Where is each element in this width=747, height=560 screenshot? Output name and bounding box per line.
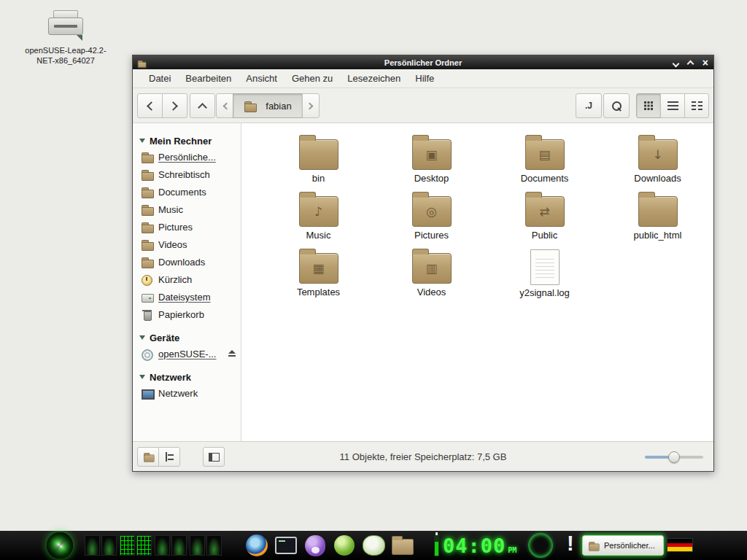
expander-triangle-icon — [139, 139, 145, 143]
desktop-icon-opensuse-iso[interactable]: openSUSE-Leap-42.2- NET-x86_64027 — [16, 9, 115, 66]
file-tile[interactable]: ⇄Public — [494, 190, 596, 247]
menu-datei[interactable]: Datei — [142, 69, 178, 88]
file-tile[interactable]: ◎Pictures — [381, 190, 483, 247]
sidebar-section-mein-rechner[interactable]: Mein Rechner — [133, 133, 241, 148]
documents-emblem-icon: ▤ — [526, 140, 564, 169]
sidebar-item-schreibtisch[interactable]: Schreibtisch — [133, 166, 241, 183]
breadcrumb-home-button[interactable]: fabian — [233, 93, 303, 118]
sidebar-item-pictures[interactable]: Pictures — [133, 218, 241, 236]
sidebar-item-netzwerk[interactable]: Netzwerk — [133, 384, 241, 402]
sidebar-item-videos[interactable]: Videos — [133, 236, 241, 253]
alert-indicator[interactable]: ! — [567, 532, 574, 556]
sidebar-item-opensuse-disc[interactable]: openSUSE-... — [133, 345, 241, 362]
file-tile[interactable]: ↓Downloads — [607, 133, 709, 190]
text-file-icon — [530, 249, 560, 285]
window-titlebar[interactable]: Persönlicher Ordner × — [133, 55, 713, 69]
desktop-pager-module[interactable] — [120, 535, 152, 556]
breadcrumb-scroll-left-button[interactable] — [216, 93, 233, 118]
bottom-panel: 04:00 PM ! Persönlicher... — [0, 531, 747, 560]
places-sidebar: Mein Rechner Persönliche... Schreibtisch… — [133, 123, 241, 441]
menu-hilfe[interactable]: Hilfe — [408, 69, 441, 88]
file-tile[interactable]: ♪Music — [268, 190, 370, 247]
menu-bearbeiten[interactable]: Bearbeiten — [178, 69, 239, 88]
geeko-launcher[interactable] — [362, 534, 385, 557]
pidgin-launcher[interactable] — [303, 534, 327, 557]
firefox-launcher[interactable] — [245, 534, 268, 557]
file-tile[interactable]: bin — [268, 133, 370, 190]
folder-icon — [141, 222, 153, 233]
harddisk-icon — [141, 292, 153, 303]
monitor-screen — [85, 535, 100, 556]
monitor-screen — [206, 535, 222, 556]
toolbar: fabian .J — [133, 88, 713, 123]
system-monitor-module[interactable] — [155, 535, 187, 556]
file-tile[interactable]: ▥Videos — [381, 247, 483, 304]
toggle-location-entry-button[interactable]: .J — [576, 93, 602, 118]
menu-gehen-zu[interactable]: Gehen zu — [285, 69, 340, 88]
icon-view-button[interactable] — [636, 93, 661, 118]
music-emblem-icon: ♪ — [300, 197, 338, 226]
sidebar-item-persoenliche[interactable]: Persönliche... — [133, 148, 241, 166]
menu-lesezeichen[interactable]: Lesezeichen — [340, 69, 408, 88]
folder-icon — [638, 196, 678, 227]
sidebar-item-papierkorb[interactable]: Papierkorb — [133, 306, 241, 323]
firefox-icon — [246, 534, 268, 556]
task-button-label: Persönlicher... — [604, 541, 655, 550]
zoom-slider-knob[interactable] — [668, 451, 680, 463]
compact-view-icon — [692, 101, 703, 111]
breadcrumb-scroll-right-button[interactable] — [302, 93, 320, 118]
sidebar-section-geraete[interactable]: Geräte — [133, 330, 241, 345]
file-view[interactable]: bin ▣Desktop ▤Documents ↓Downloads ♪Musi… — [241, 123, 713, 441]
taskbar-window-button[interactable]: Persönlicher... — [582, 535, 664, 556]
public-emblem-icon: ⇄ — [526, 197, 564, 226]
eject-icon[interactable] — [228, 350, 236, 357]
round-gadget[interactable] — [528, 533, 553, 558]
folder-icon — [141, 257, 153, 268]
file-tile[interactable]: ▣Desktop — [381, 133, 483, 190]
menu-ansicht[interactable]: Ansicht — [239, 69, 285, 88]
sidebar-section-netzwerk[interactable]: Netzwerk — [133, 370, 241, 384]
start-button[interactable] — [47, 532, 73, 559]
terminal-launcher[interactable] — [274, 534, 298, 557]
file-tile[interactable]: public_html — [607, 190, 709, 247]
folder-icon — [588, 541, 598, 551]
shade-button[interactable] — [673, 56, 678, 69]
folder-icon: ⇄ — [525, 196, 565, 227]
xchat-launcher[interactable] — [333, 534, 356, 557]
clock-ampm: PM — [508, 546, 516, 554]
sidebar-item-music[interactable]: Music — [133, 201, 241, 218]
list-view-button[interactable] — [660, 93, 685, 118]
videos-emblem-icon: ▥ — [413, 254, 451, 283]
temperature-gauge[interactable] — [434, 534, 439, 556]
folder-icon: ▣ — [412, 139, 452, 170]
maximize-button[interactable] — [688, 56, 693, 69]
sidebar-item-kuerzlich[interactable]: Kürzlich — [133, 271, 241, 288]
up-button[interactable] — [190, 93, 215, 118]
folder-icon — [141, 204, 153, 215]
zoom-slider[interactable] — [645, 456, 703, 459]
iso-drive-icon — [46, 9, 85, 42]
chevron-left-icon — [147, 101, 156, 111]
desktop-icon-label: openSUSE-Leap-42.2- NET-x86_64027 — [16, 45, 115, 66]
keyboard-layout-flag[interactable] — [667, 538, 693, 552]
folder-icon — [392, 539, 414, 555]
file-tile[interactable]: ▤Documents — [494, 133, 596, 190]
sidebar-item-downloads[interactable]: Downloads — [133, 253, 241, 271]
back-button[interactable] — [137, 93, 163, 118]
close-button[interactable]: × — [703, 58, 708, 68]
file-tile[interactable]: y2signal.log — [494, 247, 596, 304]
monitor-screen — [155, 535, 170, 556]
forward-button[interactable] — [162, 93, 187, 118]
digital-clock[interactable]: 04:00 PM — [443, 533, 522, 558]
sidebar-item-dateisystem[interactable]: Dateisystem — [133, 288, 241, 306]
file-tile[interactable]: ▦Templates — [268, 247, 370, 304]
sidebar-item-documents[interactable]: Documents — [133, 183, 241, 201]
search-button[interactable] — [603, 93, 630, 118]
file-manager-launcher[interactable] — [391, 534, 414, 557]
system-monitor-module[interactable] — [190, 535, 222, 556]
terminal-icon — [275, 537, 297, 554]
compact-view-button[interactable] — [684, 93, 709, 118]
chevron-left-icon — [222, 102, 230, 109]
system-monitor-module[interactable] — [85, 535, 117, 556]
location-entry-icon: .J — [585, 101, 592, 111]
